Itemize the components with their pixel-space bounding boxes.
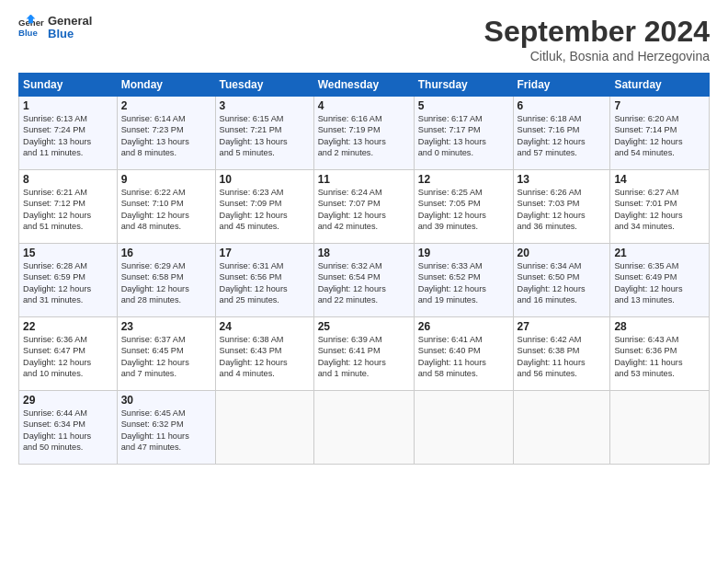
day-number: 25 xyxy=(318,320,410,333)
day-detail: Sunrise: 6:23 AM Sunset: 7:09 PM Dayligh… xyxy=(220,187,310,233)
title-block: September 2024 Citluk, Bosnia and Herzeg… xyxy=(484,15,710,63)
day-detail: Sunrise: 6:20 AM Sunset: 7:14 PM Dayligh… xyxy=(614,113,705,159)
col-friday: Friday xyxy=(513,74,610,97)
day-number: 5 xyxy=(418,99,509,112)
calendar-table: Sunday Monday Tuesday Wednesday Thursday… xyxy=(18,73,710,465)
day-number: 26 xyxy=(418,320,509,333)
svg-text:Blue: Blue xyxy=(18,28,38,38)
day-detail: Sunrise: 6:33 AM Sunset: 6:52 PM Dayligh… xyxy=(418,260,509,306)
day-detail: Sunrise: 6:44 AM Sunset: 6:34 PM Dayligh… xyxy=(23,408,113,454)
day-number: 20 xyxy=(518,247,607,259)
day-detail: Sunrise: 6:45 AM Sunset: 6:32 PM Dayligh… xyxy=(121,408,211,454)
calendar-week-row: 15Sunrise: 6:28 AM Sunset: 6:59 PM Dayli… xyxy=(19,244,710,317)
table-row: 10Sunrise: 6:23 AM Sunset: 7:09 PM Dayli… xyxy=(215,170,313,244)
day-number: 1 xyxy=(23,99,113,112)
day-number: 12 xyxy=(418,173,509,186)
col-tuesday: Tuesday xyxy=(215,74,313,97)
table-row: 26Sunrise: 6:41 AM Sunset: 6:40 PM Dayli… xyxy=(414,317,513,391)
day-detail: Sunrise: 6:17 AM Sunset: 7:17 PM Dayligh… xyxy=(418,113,509,159)
table-row: 2Sunrise: 6:14 AM Sunset: 7:23 PM Daylig… xyxy=(117,97,215,170)
table-row xyxy=(313,391,414,465)
logo-text-general: General xyxy=(48,15,92,28)
day-number: 2 xyxy=(121,99,211,112)
day-detail: Sunrise: 6:28 AM Sunset: 6:59 PM Dayligh… xyxy=(23,260,113,306)
day-detail: Sunrise: 6:29 AM Sunset: 6:58 PM Dayligh… xyxy=(121,260,211,306)
day-number: 23 xyxy=(121,320,211,333)
day-number: 19 xyxy=(418,247,509,259)
day-number: 6 xyxy=(518,99,607,112)
table-row: 16Sunrise: 6:29 AM Sunset: 6:58 PM Dayli… xyxy=(117,244,215,317)
table-row: 13Sunrise: 6:26 AM Sunset: 7:03 PM Dayli… xyxy=(513,170,610,244)
calendar-week-row: 1Sunrise: 6:13 AM Sunset: 7:24 PM Daylig… xyxy=(19,97,710,170)
day-detail: Sunrise: 6:13 AM Sunset: 7:24 PM Dayligh… xyxy=(23,113,113,159)
day-number: 8 xyxy=(23,173,113,186)
day-detail: Sunrise: 6:43 AM Sunset: 6:36 PM Dayligh… xyxy=(614,334,705,380)
day-number: 10 xyxy=(220,173,310,186)
table-row: 8Sunrise: 6:21 AM Sunset: 7:12 PM Daylig… xyxy=(19,170,118,244)
table-row xyxy=(215,391,313,465)
day-detail: Sunrise: 6:32 AM Sunset: 6:54 PM Dayligh… xyxy=(318,260,410,306)
table-row xyxy=(610,391,710,465)
day-number: 9 xyxy=(121,173,211,186)
day-number: 4 xyxy=(318,99,410,112)
col-monday: Monday xyxy=(117,74,215,97)
table-row: 20Sunrise: 6:34 AM Sunset: 6:50 PM Dayli… xyxy=(513,244,610,317)
day-detail: Sunrise: 6:27 AM Sunset: 7:01 PM Dayligh… xyxy=(614,187,705,233)
day-detail: Sunrise: 6:31 AM Sunset: 6:56 PM Dayligh… xyxy=(220,260,310,306)
table-row: 11Sunrise: 6:24 AM Sunset: 7:07 PM Dayli… xyxy=(313,170,414,244)
table-row: 28Sunrise: 6:43 AM Sunset: 6:36 PM Dayli… xyxy=(610,317,710,391)
calendar-header-row: Sunday Monday Tuesday Wednesday Thursday… xyxy=(19,74,710,97)
day-detail: Sunrise: 6:36 AM Sunset: 6:47 PM Dayligh… xyxy=(23,334,113,380)
day-number: 24 xyxy=(220,320,310,333)
day-number: 29 xyxy=(23,394,113,407)
table-row: 9Sunrise: 6:22 AM Sunset: 7:10 PM Daylig… xyxy=(117,170,215,244)
logo: General Blue General Blue xyxy=(18,15,92,41)
day-detail: Sunrise: 6:21 AM Sunset: 7:12 PM Dayligh… xyxy=(23,187,113,233)
day-detail: Sunrise: 6:16 AM Sunset: 7:19 PM Dayligh… xyxy=(318,113,410,159)
table-row: 24Sunrise: 6:38 AM Sunset: 6:43 PM Dayli… xyxy=(215,317,313,391)
day-number: 15 xyxy=(23,247,113,259)
page: General Blue General Blue September 2024… xyxy=(0,0,728,563)
day-number: 22 xyxy=(23,320,113,333)
day-number: 30 xyxy=(121,394,211,407)
table-row xyxy=(513,391,610,465)
day-number: 11 xyxy=(318,173,410,186)
day-detail: Sunrise: 6:39 AM Sunset: 6:41 PM Dayligh… xyxy=(318,334,410,380)
col-saturday: Saturday xyxy=(610,74,710,97)
day-number: 28 xyxy=(614,320,705,333)
day-detail: Sunrise: 6:14 AM Sunset: 7:23 PM Dayligh… xyxy=(121,113,211,159)
table-row: 3Sunrise: 6:15 AM Sunset: 7:21 PM Daylig… xyxy=(215,97,313,170)
calendar-week-row: 22Sunrise: 6:36 AM Sunset: 6:47 PM Dayli… xyxy=(19,317,710,391)
day-number: 3 xyxy=(220,99,310,112)
table-row: 25Sunrise: 6:39 AM Sunset: 6:41 PM Dayli… xyxy=(313,317,414,391)
day-number: 7 xyxy=(614,99,705,112)
day-number: 21 xyxy=(614,247,705,259)
table-row: 22Sunrise: 6:36 AM Sunset: 6:47 PM Dayli… xyxy=(19,317,118,391)
day-number: 13 xyxy=(518,173,607,186)
logo-text-blue: Blue xyxy=(48,28,92,40)
table-row: 30Sunrise: 6:45 AM Sunset: 6:32 PM Dayli… xyxy=(117,391,215,465)
table-row: 7Sunrise: 6:20 AM Sunset: 7:14 PM Daylig… xyxy=(610,97,710,170)
table-row: 15Sunrise: 6:28 AM Sunset: 6:59 PM Dayli… xyxy=(19,244,118,317)
day-number: 16 xyxy=(121,247,211,259)
logo-icon: General Blue xyxy=(18,15,44,40)
calendar-week-row: 29Sunrise: 6:44 AM Sunset: 6:34 PM Dayli… xyxy=(19,391,710,465)
table-row: 6Sunrise: 6:18 AM Sunset: 7:16 PM Daylig… xyxy=(513,97,610,170)
table-row: 27Sunrise: 6:42 AM Sunset: 6:38 PM Dayli… xyxy=(513,317,610,391)
day-number: 17 xyxy=(220,247,310,259)
day-detail: Sunrise: 6:37 AM Sunset: 6:45 PM Dayligh… xyxy=(121,334,211,380)
day-detail: Sunrise: 6:22 AM Sunset: 7:10 PM Dayligh… xyxy=(121,187,211,233)
day-detail: Sunrise: 6:38 AM Sunset: 6:43 PM Dayligh… xyxy=(220,334,310,380)
table-row: 12Sunrise: 6:25 AM Sunset: 7:05 PM Dayli… xyxy=(414,170,513,244)
day-detail: Sunrise: 6:18 AM Sunset: 7:16 PM Dayligh… xyxy=(518,113,607,159)
main-title: September 2024 xyxy=(484,15,710,49)
table-row: 19Sunrise: 6:33 AM Sunset: 6:52 PM Dayli… xyxy=(414,244,513,317)
table-row: 14Sunrise: 6:27 AM Sunset: 7:01 PM Dayli… xyxy=(610,170,710,244)
sub-title: Citluk, Bosnia and Herzegovina xyxy=(484,49,710,63)
header: General Blue General Blue September 2024… xyxy=(18,15,710,63)
day-number: 14 xyxy=(614,173,705,186)
day-number: 27 xyxy=(518,320,607,333)
table-row: 5Sunrise: 6:17 AM Sunset: 7:17 PM Daylig… xyxy=(414,97,513,170)
day-detail: Sunrise: 6:35 AM Sunset: 6:49 PM Dayligh… xyxy=(614,260,705,306)
calendar-week-row: 8Sunrise: 6:21 AM Sunset: 7:12 PM Daylig… xyxy=(19,170,710,244)
